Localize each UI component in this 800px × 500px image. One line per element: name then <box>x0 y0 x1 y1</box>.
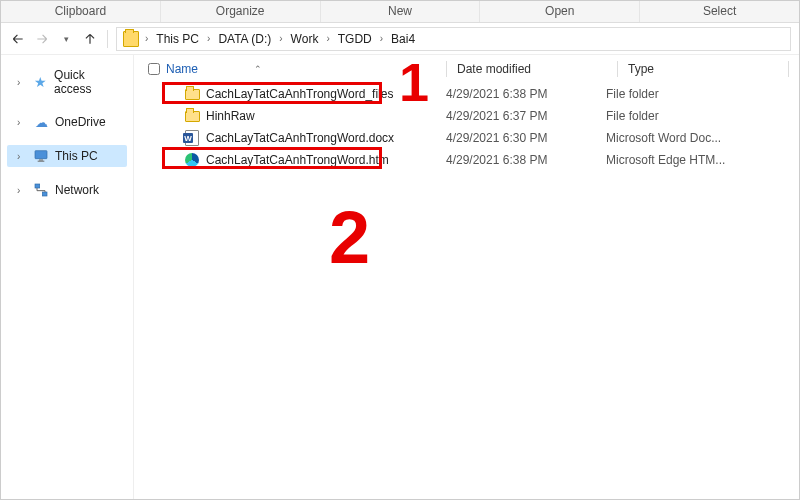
up-button[interactable] <box>81 30 99 48</box>
file-date: 4/29/2021 6:38 PM <box>446 153 606 167</box>
divider <box>107 30 108 48</box>
chevron-right-icon[interactable]: › <box>378 33 385 44</box>
sidebar-item-network[interactable]: › Network <box>7 179 127 201</box>
word-doc-icon <box>184 130 200 146</box>
file-row[interactable]: CachLayTatCaAnhTrongWord_files 4/29/2021… <box>134 83 799 105</box>
column-divider[interactable] <box>617 61 618 77</box>
file-type: File folder <box>606 87 766 101</box>
chevron-right-icon: › <box>17 77 27 88</box>
file-name: CachLayTatCaAnhTrongWord.htm <box>206 153 389 167</box>
column-header-label: Name <box>166 62 198 76</box>
navigation-bar: ▾ › This PC › DATA (D:) › Work › TGDD › … <box>1 23 799 55</box>
column-header-name[interactable]: Name ⌃ <box>166 62 446 76</box>
svg-rect-3 <box>35 184 40 188</box>
chevron-right-icon: › <box>17 117 27 128</box>
address-bar[interactable]: › This PC › DATA (D:) › Work › TGDD › Ba… <box>116 27 791 51</box>
ribbon-tab-select[interactable]: Select <box>640 1 799 22</box>
column-headers: Name ⌃ Date modified Type <box>134 55 799 83</box>
column-divider[interactable] <box>788 61 789 77</box>
file-type: Microsoft Edge HTM... <box>606 153 766 167</box>
folder-icon <box>123 31 139 47</box>
file-row[interactable]: CachLayTatCaAnhTrongWord.htm 4/29/2021 6… <box>134 149 799 171</box>
sidebar-item-this-pc[interactable]: › This PC <box>7 145 127 167</box>
chevron-right-icon[interactable]: › <box>143 33 150 44</box>
svg-rect-1 <box>39 159 43 160</box>
file-name: CachLayTatCaAnhTrongWord.docx <box>206 131 394 145</box>
column-header-type[interactable]: Type <box>628 62 788 76</box>
column-divider[interactable] <box>446 61 447 77</box>
navigation-pane: › ★ Quick access › ☁ OneDrive › This PC … <box>1 55 134 499</box>
chevron-right-icon[interactable]: › <box>324 33 331 44</box>
ribbon-tabs: Clipboard Organize New Open Select <box>1 1 799 23</box>
network-icon <box>33 182 49 198</box>
file-type: File folder <box>606 109 766 123</box>
svg-rect-0 <box>35 151 47 159</box>
sidebar-item-onedrive[interactable]: › ☁ OneDrive <box>7 111 127 133</box>
chevron-right-icon[interactable]: › <box>277 33 284 44</box>
sidebar-item-label: This PC <box>55 149 98 163</box>
cloud-icon: ☁ <box>33 114 49 130</box>
file-list-pane: Name ⌃ Date modified Type CachLayTatCaAn… <box>134 55 799 499</box>
svg-rect-4 <box>42 192 47 196</box>
breadcrumb-this-pc[interactable]: This PC <box>154 32 201 46</box>
back-button[interactable] <box>9 30 27 48</box>
annotation-number-2: 2 <box>329 195 370 280</box>
select-all-checkbox[interactable] <box>142 63 166 75</box>
recent-locations-dropdown[interactable]: ▾ <box>57 30 75 48</box>
file-row[interactable]: CachLayTatCaAnhTrongWord.docx 4/29/2021 … <box>134 127 799 149</box>
file-name: HinhRaw <box>206 109 255 123</box>
forward-button[interactable] <box>33 30 51 48</box>
chevron-right-icon[interactable]: › <box>205 33 212 44</box>
ribbon-tab-organize[interactable]: Organize <box>161 1 321 22</box>
folder-icon <box>184 108 200 124</box>
breadcrumb-bai4[interactable]: Bai4 <box>389 32 417 46</box>
monitor-icon <box>33 148 49 164</box>
breadcrumb-data-d[interactable]: DATA (D:) <box>216 32 273 46</box>
ribbon-tab-new[interactable]: New <box>321 1 481 22</box>
folder-icon <box>184 86 200 102</box>
file-date: 4/29/2021 6:37 PM <box>446 109 606 123</box>
sort-indicator-icon: ⌃ <box>254 64 262 74</box>
svg-rect-2 <box>38 161 45 162</box>
file-name: CachLayTatCaAnhTrongWord_files <box>206 87 393 101</box>
file-date: 4/29/2021 6:38 PM <box>446 87 606 101</box>
sidebar-item-label: Network <box>55 183 99 197</box>
ribbon-tab-open[interactable]: Open <box>480 1 640 22</box>
breadcrumb-tgdd[interactable]: TGDD <box>336 32 374 46</box>
sidebar-item-quick-access[interactable]: › ★ Quick access <box>7 65 127 99</box>
edge-html-icon <box>184 152 200 168</box>
ribbon-tab-clipboard[interactable]: Clipboard <box>1 1 161 22</box>
column-header-date[interactable]: Date modified <box>457 62 617 76</box>
file-date: 4/29/2021 6:30 PM <box>446 131 606 145</box>
file-row[interactable]: HinhRaw 4/29/2021 6:37 PM File folder <box>134 105 799 127</box>
file-type: Microsoft Word Doc... <box>606 131 766 145</box>
chevron-right-icon: › <box>17 151 27 162</box>
sidebar-item-label: Quick access <box>54 68 123 96</box>
chevron-right-icon: › <box>17 185 27 196</box>
star-icon: ★ <box>33 74 48 90</box>
sidebar-item-label: OneDrive <box>55 115 106 129</box>
breadcrumb-work[interactable]: Work <box>289 32 321 46</box>
